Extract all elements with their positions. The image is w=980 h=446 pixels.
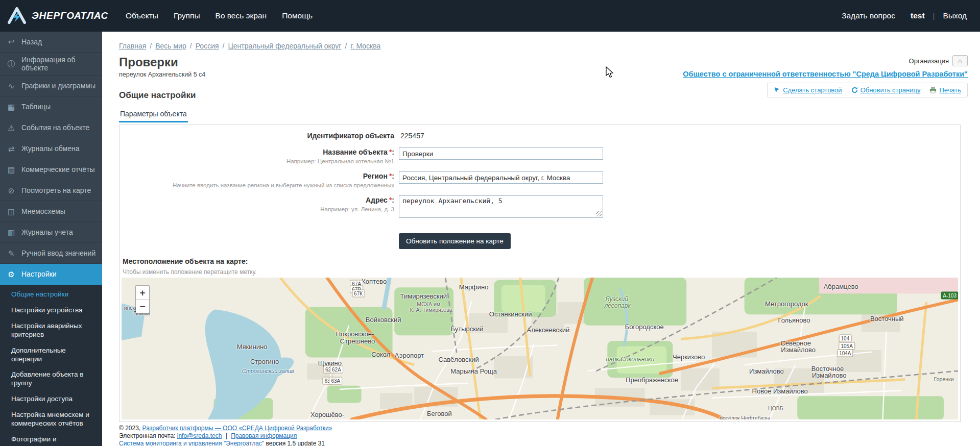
brand[interactable]: ЭНЕРГОАТЛАС [7,7,108,24]
flag-icon [774,87,780,93]
sidebar-subitem-general-settings[interactable]: Общие настройки [0,287,102,303]
map-label: Гольяново [778,316,810,324]
footer-separator: | [226,432,227,439]
quick-actions-bar: Сделать стартовой Обновить страницу Печа… [767,83,968,97]
map-label: К. А. Тимирязева [410,307,452,313]
sidebar-item-object-info[interactable]: ⓘИнформация об объекте [0,53,102,76]
map[interactable]: инскаяПоймаКоптевоМарфиноТимирязевскийМС… [122,278,958,419]
sidebar-subitem-access-settings[interactable]: Настройки доступа [0,391,102,407]
report-icon: ▤ [6,165,16,174]
logout-link[interactable]: Выход [943,11,967,20]
map-label: Черкизово [673,353,705,361]
make-start-page-link[interactable]: Сделать стартовой [774,86,842,94]
sidebar-subitem-device-settings[interactable]: Настройки устройства [0,303,102,318]
map-label: Метрогородок [765,300,808,307]
print-link[interactable]: Печать [929,86,961,94]
sidebar-item-charts[interactable]: ∿Графики и диаграммы [0,76,102,96]
sidebar-subitem-photos-docs[interactable]: Фотографии и документация [0,432,102,446]
map-icon: ⊘ [6,186,16,195]
sidebar-item-view-on-map[interactable]: ⊘Посмотреть на карте [0,180,102,201]
developer-link[interactable]: Разработчик платформы — ООО «СРЕДА Цифро… [142,425,332,432]
map-label: парк Сокольники [606,356,654,363]
region-input[interactable] [399,171,603,184]
map-label: Стрешнево [340,337,375,344]
address-row: Адрес*: Например: ул. Ленина, д. 3 переу… [119,195,960,220]
map-road-badge: 104 [839,335,852,342]
copyright-text: © 2023, [119,425,140,432]
sidebar-item-events[interactable]: ⚠События на объекте [0,117,102,138]
sidebar-item-label: Настройки [21,270,57,278]
map-label: Марьина Роща [450,367,497,375]
object-id-label: Идентификатор объекта [307,132,394,140]
address-textarea[interactable]: переулок Архангельский, 5 [399,195,603,218]
update-map-position-button[interactable]: Обновить положение на карте [399,233,511,249]
sidebar-subitem-additional-operations[interactable]: Дополнительные операции [0,343,102,367]
email-label: Электронная почта: [119,432,175,439]
map-label: ЦОВБ [768,405,783,411]
map-label: Измайлово [781,345,816,353]
organization-icon-button[interactable]: ⌂ [952,55,968,66]
organization-link[interactable]: Общество с ограниченной ответственностью… [683,70,968,78]
breadcrumb-link[interactable]: Весь мир [155,42,186,50]
map-zoom-out-button[interactable]: − [136,300,149,313]
breadcrumb-link[interactable]: Главная [119,42,146,50]
map-label: Марфино [459,283,489,291]
topbar-menu-item[interactable]: Помощь [282,11,313,20]
system-link[interactable]: Система мониторинга и управления "Энерго… [119,440,264,446]
ask-question-link[interactable]: Задать вопрос [842,11,895,20]
map-label: Бутырский [450,325,483,332]
breadcrumb-link[interactable]: Центральный федеральный округ [228,42,341,50]
sidebar-item-label: Назад [21,38,42,46]
info-icon: ⓘ [6,59,16,68]
tab-object-parameters[interactable]: Параметры объекта [119,110,188,122]
sidebar-item-metering-journals[interactable]: ▥Журналы учета [0,222,102,243]
map-label: посёлок Нефтебазы [720,415,770,419]
map-road-badge: 62А [330,366,343,374]
back-icon: ↩ [6,37,16,46]
sidebar-item-label: Мнемосхемы [21,207,65,215]
map-label: Преображенское [626,376,678,383]
sidebar-item-back[interactable]: ↩Назад [0,32,102,53]
breadcrumb-link[interactable]: Россия [196,42,219,50]
sidebar-item-settings[interactable]: ⚙Настройки [0,264,102,285]
sidebar-subitem-alarm-criteria[interactable]: Настройки аварийных критериев [0,318,102,343]
sidebar-item-label: Таблицы [21,103,51,111]
sidebar-item-tables[interactable]: ▦Таблицы [0,96,102,117]
breadcrumb-link[interactable]: г. Москва [350,42,380,50]
sidebar-submenu: Общие настройкиНастройки устройстваНастр… [0,285,102,446]
exchange-icon: ⇄ [6,144,16,153]
user-name[interactable]: test [911,11,925,20]
topbar-right: Задать вопрос test | Выход [842,11,967,20]
topbar-menu-item[interactable]: Во весь экран [216,11,267,20]
sidebar-item-mnemoschemes[interactable]: ◫Мнемосхемы [0,201,102,222]
map-zoom-in-button[interactable]: + [136,286,149,300]
legal-info-link[interactable]: Правовая информация [231,432,297,439]
sidebar-subitem-mnemoschemes-reports[interactable]: Настройка мнемосхем и коммерческих отчёт… [0,407,102,432]
pencil-icon: ✎ [6,249,16,258]
map-road-badge: 63А [329,377,342,385]
sidebar-item-manual-input[interactable]: ✎Ручной ввод значений [0,243,102,264]
map-drag-hint: Чтобы изменить положение перетащите метк… [123,268,960,276]
refresh-page-link[interactable]: Обновить страницу [851,86,921,94]
email-link[interactable]: info@sreda.tech [177,432,222,439]
gear-icon: ⚙ [6,270,16,279]
topbar-menu-item[interactable]: Объекты [126,11,158,20]
sidebar-subitem-add-to-group[interactable]: Добавление объекта в группу [0,367,102,391]
map-label: Аэропорт [395,351,424,359]
map-road-badge: А-103 [941,292,958,300]
map-label: Измайлово [749,367,784,375]
object-name-input[interactable] [399,147,603,160]
map-label: Коптево [362,278,387,285]
topbar: ЭНЕРГОАТЛАС ОбъектыГруппыВо весь экранПо… [0,0,980,32]
region-label: Регион*: [363,172,394,180]
sidebar-item-label: Графики и диаграммы [21,82,95,90]
map-label: Тимирязевский [400,292,447,300]
topbar-menu-item[interactable]: Группы [174,11,200,20]
sidebar-item-exchange-journals[interactable]: ⇄Журналы обмена [0,138,102,159]
alert-icon: ⚠ [6,123,16,132]
sidebar-item-commercial-reports[interactable]: ▤Коммерческие отчёты [0,159,102,180]
map-label: Строгинский залив [242,368,294,374]
map-label: Останкинский [489,310,532,317]
chart-icon: ∿ [6,82,16,90]
address-label: Адрес*: [366,196,394,204]
